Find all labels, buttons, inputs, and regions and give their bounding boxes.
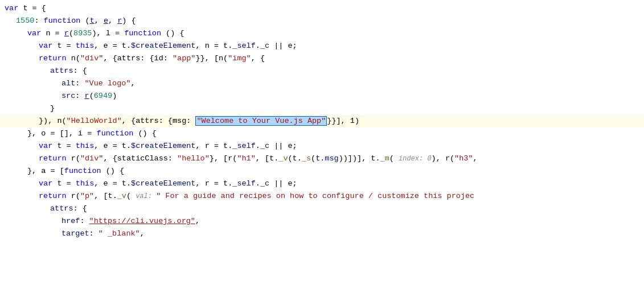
code-token: , [140,229,145,238]
code-token: , e = t. [94,42,131,50]
code-token: target [61,229,89,238]
code-token: , e = t. [94,179,131,188]
code-token: return [39,192,67,200]
code-token: }, o = [], i = [27,129,97,138]
code-token: : [75,92,84,100]
code-line: var t = this, e = t.$createElement, n = … [0,40,644,52]
code-token: function [124,29,161,38]
code-token: _c [260,142,269,150]
code-token: _v [117,192,126,200]
code-token: ) { [122,16,136,25]
code-token: "Vue logo" [85,79,131,88]
code-container: var t = {1550: function (t, e, r) {var n… [0,0,644,297]
code-token: (t. [311,154,325,163]
code-token: this [76,42,94,50]
code-line: return r("div", {staticClass: "hello"}, … [0,152,644,165]
code-token: , {staticClass: [103,154,177,163]
code-token: src [61,92,75,100]
code-line: attrs: { [0,65,644,77]
code-token: e [104,16,108,25]
code-line: } [0,102,644,115]
code-line: return n("div", {attrs: {id: "app"}}, [n… [0,52,644,65]
code-token: ))])], t. [339,154,380,163]
code-token: "app" [173,54,196,63]
code-token: attrs [50,204,73,213]
code-token: }}, [n( [195,54,228,63]
code-token: " For a guide and recipes on how to conf… [156,192,474,200]
code-token: , 1) [341,117,359,125]
code-line: var t = this, e = t.$createElement, r = … [0,140,644,152]
code-token: , e = t. [94,142,131,150]
code-token: || e; [269,42,297,50]
code-token: _c [260,42,269,50]
code-token: ) [112,92,117,100]
code-line: src: r(6949) [0,90,644,102]
code-token: ( [89,92,94,100]
code-token: return [39,54,67,63]
code-token: . [256,179,260,188]
code-token: ), l = [92,29,124,38]
code-token: , [131,79,136,88]
code-token: || e; [269,179,297,188]
code-token: r( [67,154,80,163]
code-line: return r("p", [t._v( val: " For a guide … [0,190,644,203]
code-token: : [34,16,43,25]
code-line: var n = r(8935), l = function () { [0,27,644,40]
code-token: this [76,179,94,188]
code-token: "div" [80,154,104,163]
code-token: , {attrs: {id: [103,54,173,63]
code-token: ( [126,192,136,200]
code-token: index: 0 [399,155,432,163]
code-token: () { [161,29,184,38]
code-token: var [27,29,41,38]
code-token: 1550 [16,16,34,25]
code-token: _m [380,154,389,163]
code-token: (t. [288,154,302,163]
code-token: ), r( [432,154,455,163]
code-token: _c [260,179,269,188]
code-token: "h3" [454,154,473,163]
code-line: target: " _blank", [0,228,644,240]
code-token: return [39,154,67,163]
code-token: t = [52,179,76,188]
code-line: href: "https://cli.vuejs.org", [0,215,644,228]
code-token: $createElement [131,179,195,188]
code-token: , {attrs: {msg: [122,117,196,125]
code-token: "HelloWorld" [67,117,122,125]
code-token: this [76,142,94,150]
code-token: ( [389,154,399,163]
code-token: t = { [18,4,46,13]
code-token: , [95,16,104,25]
code-token: , r = t. [195,179,232,188]
code-token: : { [73,67,87,75]
code-token: r [85,92,89,100]
code-token: _v [278,154,288,163]
code-token: attrs [50,67,73,75]
code-token: " _blank" [99,229,140,238]
code-token: "https://cli.vuejs.org" [89,217,195,225]
code-token: () { [133,129,157,138]
code-token: n = [41,29,64,38]
code-line: }, o = [], i = function () { [0,127,644,140]
code-token: , [t. [256,154,279,163]
code-token: "hello" [177,154,210,163]
code-token: }), n( [39,117,67,125]
code-line: 1550: function (t, e, r) { [0,15,644,27]
code-token: function [64,167,101,175]
code-token: t [90,16,95,25]
code-line: }), n("HelloWorld", {attrs: {msg: "Welco… [0,115,644,127]
code-token: t = [52,142,76,150]
code-token: function [97,129,134,138]
code-token: }, a = [ [27,167,64,175]
code-token: alt [61,79,75,88]
code-token: function [44,16,81,25]
code-token: _s [302,154,311,163]
code-line: alt: "Vue logo", [0,77,644,90]
code-token: n( [67,54,80,63]
code-token: "div" [80,54,104,63]
code-token: }, [r( [210,154,237,163]
code-token: msg [325,154,338,163]
code-token: "p" [80,192,94,200]
code-token: val: [136,192,156,200]
code-line: var t = this, e = t.$createElement, r = … [0,178,644,190]
